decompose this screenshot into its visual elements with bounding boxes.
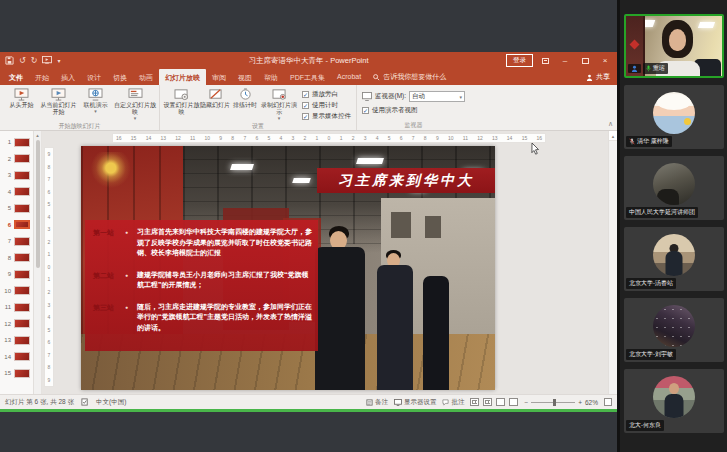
normal-view-button[interactable] — [470, 398, 479, 406]
save-icon[interactable] — [5, 56, 14, 65]
language-status[interactable]: 中文(中国) — [96, 398, 126, 407]
tab-pdf-tools[interactable]: PDF工具集 — [284, 69, 331, 85]
slide-thumbnail[interactable]: 11 — [0, 299, 33, 316]
redo-icon[interactable]: ↻ — [31, 57, 38, 65]
tab-animations[interactable]: 动画 — [133, 69, 159, 85]
tab-insert[interactable]: 插入 — [55, 69, 81, 85]
show-media-controls-checkbox[interactable]: ✓ 显示媒体控件 — [302, 112, 351, 121]
thumbnail-scrollbar[interactable]: ▴ — [34, 131, 42, 394]
minimize-button[interactable]: – — [557, 54, 573, 67]
monitor-select[interactable]: 自动 ▾ — [409, 91, 465, 102]
video-tile[interactable]: 北大-何东良 — [624, 369, 724, 433]
slide-area-scrollbar[interactable]: ▴ — [608, 131, 617, 394]
record-slideshow-button[interactable]: 录制幻灯片演示 ▾ — [260, 87, 298, 122]
tab-home[interactable]: 开始 — [29, 69, 55, 85]
tab-acrobat[interactable]: Acrobat — [331, 69, 367, 85]
ruler-tick-label: 9 — [436, 135, 439, 141]
share-button[interactable]: 共享 — [586, 69, 614, 85]
slide-thumbnail[interactable]: 5 — [0, 200, 33, 217]
slide-thumbnail[interactable]: 14 — [0, 349, 33, 366]
slide-thumbnail[interactable]: 1 — [0, 134, 33, 151]
tab-help[interactable]: 帮助 — [258, 69, 284, 85]
use-timings-checkbox[interactable]: ✓ 使用计时 — [302, 101, 351, 110]
comments-button[interactable]: 批注 — [442, 398, 464, 407]
participant-name-badge: 北京大学-汤春站 — [626, 278, 676, 289]
tell-me-search[interactable]: 告诉我你想要做什么 — [367, 69, 452, 85]
ruler-tick-label: 2 — [352, 135, 355, 141]
station-1-text: 习主席首先来到华中科技大学南四楼的建规学院大厅，参观了反映学校办学成果的展览并听… — [137, 227, 312, 259]
notes-button[interactable]: 备注 — [366, 398, 388, 407]
undo-icon[interactable]: ↺ — [19, 57, 26, 65]
slideshow-view-button[interactable] — [509, 398, 518, 406]
rehearse-timings-button[interactable]: 排练计时 — [230, 87, 260, 109]
close-button[interactable]: × — [597, 54, 613, 67]
restore-button[interactable] — [577, 54, 593, 67]
dropdown-icon: ▾ — [460, 94, 463, 100]
slide-thumbnail[interactable]: 8 — [0, 250, 33, 267]
hide-slide-button[interactable]: 隐藏幻灯片 — [200, 87, 230, 109]
video-tile-self[interactable]: 重瑢 — [624, 14, 724, 78]
station-row-3: 第三站 ● 随后，习主席走进建规学院的专业教室，参加同学们正在举行的“党旗领航工… — [93, 302, 312, 334]
slide-thumbnail[interactable]: 7 — [0, 233, 33, 250]
collapse-ribbon-icon[interactable]: ∧ — [608, 120, 613, 128]
slide-canvas[interactable]: 习主席来到华中大 第一站 ● 习主席首先来到华中科技大学南四楼的建规学院大厅，参… — [81, 146, 495, 390]
from-current-slide-button[interactable]: 从当前幻灯片开始 — [40, 87, 77, 116]
present-online-button[interactable]: 联机演示 ▾ — [77, 87, 114, 115]
video-tile[interactable]: 中国人民大学延河讲师团 — [624, 156, 724, 220]
slide-thumbnail[interactable]: 9 — [0, 266, 33, 283]
zoom-level[interactable]: 62% — [585, 399, 598, 406]
tab-view[interactable]: 视图 — [232, 69, 258, 85]
scroll-up-icon[interactable]: ▴ — [34, 131, 41, 139]
tab-design[interactable]: 设计 — [81, 69, 107, 85]
from-beginning-button[interactable]: 从头开始 — [3, 87, 40, 109]
tell-me-label: 告诉我你想要做什么 — [383, 72, 446, 82]
tab-slideshow[interactable]: 幻灯片放映 — [159, 69, 206, 85]
zoom-in-icon[interactable]: + — [578, 399, 582, 406]
zoom-slider[interactable] — [531, 402, 575, 403]
customize-qat-icon[interactable]: ▾ — [57, 58, 60, 64]
slide-thumbnail[interactable]: 10 — [0, 283, 33, 300]
slide-thumbnail[interactable]: 12 — [0, 316, 33, 333]
slideshow-quick-icon[interactable] — [42, 56, 52, 65]
meeting-video-sidebar: 重瑢 清华 康梓隆 中国人民大学延河讲师团 — [617, 0, 727, 452]
scroll-up-icon[interactable]: ▴ — [609, 131, 617, 141]
login-button[interactable]: 登录 — [506, 54, 533, 67]
slide-thumbnail[interactable]: 3 — [0, 167, 33, 184]
slide-thumbnail[interactable]: 2 — [0, 151, 33, 168]
checkbox-checked-icon: ✓ — [302, 91, 309, 98]
video-tile[interactable]: 北京大学-汤春站 — [624, 227, 724, 291]
display-settings-button[interactable]: 显示器设置 — [394, 398, 437, 407]
ruler-tick-label: 16 — [116, 135, 122, 141]
spellcheck-icon[interactable] — [81, 398, 89, 406]
reading-view-button[interactable] — [496, 398, 505, 406]
tab-file[interactable]: 文件 — [3, 69, 29, 85]
ribbon-display-options-icon[interactable] — [537, 54, 553, 67]
tab-transitions[interactable]: 切换 — [107, 69, 133, 85]
fit-to-window-icon[interactable] — [604, 398, 612, 406]
play-narrations-checkbox[interactable]: ✓ 播放旁白 — [302, 90, 351, 99]
setup-slideshow-button[interactable]: 设置幻灯片放映 — [163, 87, 200, 116]
slide-thumbnail[interactable]: 6 — [0, 217, 33, 234]
custom-slideshow-button[interactable]: 自定义幻灯片放映 ▾ — [114, 87, 156, 122]
slide-thumbnail-image — [14, 253, 30, 262]
scrollbar-thumb[interactable] — [36, 140, 40, 268]
use-presenter-view-checkbox[interactable]: ✓ 使用演示者视图 — [362, 106, 465, 115]
figure-official — [377, 265, 413, 390]
quick-access-toolbar: ↺ ↻ ▾ — [0, 56, 60, 65]
slide-sorter-view-button[interactable] — [483, 398, 492, 406]
ruler-tick-label: 0 — [328, 135, 331, 141]
slide-thumbnail[interactable]: 4 — [0, 184, 33, 201]
powerpoint-window: ↺ ↻ ▾ 习主席寄语华中大青年 - PowerPoint 登录 – × 文件 … — [0, 52, 617, 412]
use-presenter-view-label: 使用演示者视图 — [372, 106, 418, 115]
tab-review[interactable]: 审阅 — [206, 69, 232, 85]
video-tile[interactable]: 北京大学-刘宇敏 — [624, 298, 724, 362]
zoom-out-icon[interactable]: − — [524, 399, 528, 406]
slide-number: 12 — [3, 321, 11, 327]
mouse-cursor — [531, 142, 540, 155]
slide-thumbnail[interactable]: 13 — [0, 332, 33, 349]
video-tile[interactable]: 清华 康梓隆 — [624, 85, 724, 149]
ruler-tick-label: 0 — [48, 264, 51, 270]
slide-thumbnail[interactable]: 15 — [0, 365, 33, 382]
slide-thumbnail-image — [14, 369, 30, 378]
zoom-slider-thumb[interactable] — [553, 399, 556, 406]
